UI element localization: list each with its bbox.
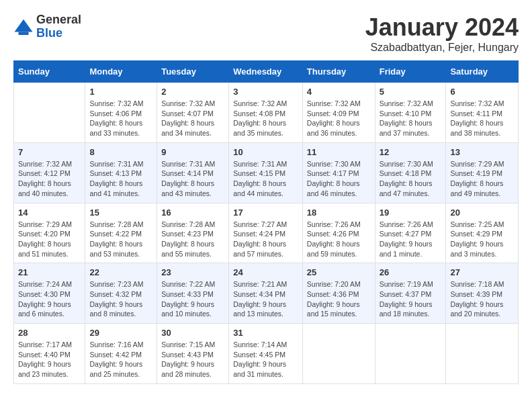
day-info: Sunrise: 7:32 AMSunset: 4:09 PMDaylight:…: [307, 99, 371, 138]
day-info: Sunrise: 7:31 AMSunset: 4:13 PMDaylight:…: [89, 159, 152, 199]
header-cell-thursday: Thursday: [302, 61, 375, 83]
day-number: 7: [18, 147, 81, 157]
day-info: Sunrise: 7:29 AMSunset: 4:20 PMDaylight:…: [18, 220, 81, 259]
day-number: 28: [18, 328, 81, 338]
header-cell-monday: Monday: [85, 61, 157, 83]
header-cell-sunday: Sunday: [14, 61, 85, 83]
calendar-cell: 17Sunrise: 7:27 AMSunset: 4:24 PMDayligh…: [229, 203, 303, 263]
calendar-cell: [446, 324, 519, 384]
day-number: 27: [450, 267, 514, 277]
day-number: 14: [18, 208, 81, 218]
day-number: 6: [450, 87, 514, 97]
day-info: Sunrise: 7:32 AMSunset: 4:10 PMDaylight:…: [380, 99, 442, 138]
day-info: Sunrise: 7:22 AMSunset: 4:33 PMDaylight:…: [161, 279, 224, 319]
calendar-cell: 24Sunrise: 7:21 AMSunset: 4:34 PMDayligh…: [229, 263, 303, 324]
calendar-header: SundayMondayTuesdayWednesdayThursdayFrid…: [14, 61, 519, 83]
logo-general: General: [36, 13, 81, 26]
day-number: 25: [307, 267, 371, 277]
calendar-cell: 27Sunrise: 7:18 AMSunset: 4:39 PMDayligh…: [446, 263, 519, 324]
day-info: Sunrise: 7:15 AMSunset: 4:43 PMDaylight:…: [161, 340, 224, 379]
calendar-cell: 1Sunrise: 7:32 AMSunset: 4:06 PMDaylight…: [85, 83, 157, 143]
day-number: 26: [380, 267, 442, 277]
day-info: Sunrise: 7:28 AMSunset: 4:22 PMDaylight:…: [89, 220, 152, 259]
day-info: Sunrise: 7:20 AMSunset: 4:36 PMDaylight:…: [307, 279, 371, 319]
day-number: 18: [307, 208, 371, 218]
day-number: 9: [161, 147, 224, 157]
logo-blue: Blue: [36, 26, 62, 40]
week-row-1: 7Sunrise: 7:32 AMSunset: 4:12 PMDaylight…: [14, 142, 519, 203]
day-info: Sunrise: 7:30 AMSunset: 4:18 PMDaylight:…: [380, 159, 442, 199]
day-info: Sunrise: 7:32 AMSunset: 4:08 PMDaylight:…: [233, 99, 298, 138]
calendar-cell: [375, 324, 446, 384]
calendar-cell: 20Sunrise: 7:25 AMSunset: 4:29 PMDayligh…: [446, 203, 519, 263]
day-number: 12: [380, 147, 442, 157]
day-number: 4: [307, 87, 371, 97]
calendar-cell: 18Sunrise: 7:26 AMSunset: 4:26 PMDayligh…: [302, 203, 375, 263]
calendar-cell: [302, 324, 375, 384]
week-row-0: 1Sunrise: 7:32 AMSunset: 4:06 PMDaylight…: [14, 83, 519, 143]
day-number: 11: [307, 147, 371, 157]
header-cell-wednesday: Wednesday: [229, 61, 303, 83]
calendar-cell: 30Sunrise: 7:15 AMSunset: 4:43 PMDayligh…: [157, 324, 229, 384]
calendar-cell: 25Sunrise: 7:20 AMSunset: 4:36 PMDayligh…: [302, 263, 375, 324]
header-cell-saturday: Saturday: [446, 61, 519, 83]
day-info: Sunrise: 7:29 AMSunset: 4:19 PMDaylight:…: [450, 159, 514, 199]
calendar-cell: 22Sunrise: 7:23 AMSunset: 4:32 PMDayligh…: [85, 263, 157, 324]
calendar-cell: 6Sunrise: 7:32 AMSunset: 4:11 PMDaylight…: [446, 83, 519, 143]
calendar-cell: 31Sunrise: 7:14 AMSunset: 4:45 PMDayligh…: [229, 324, 303, 384]
day-info: Sunrise: 7:32 AMSunset: 4:12 PMDaylight:…: [18, 159, 81, 199]
day-info: Sunrise: 7:23 AMSunset: 4:32 PMDaylight:…: [89, 279, 152, 319]
day-number: 5: [380, 87, 442, 97]
day-info: Sunrise: 7:27 AMSunset: 4:24 PMDaylight:…: [233, 220, 298, 259]
header-cell-tuesday: Tuesday: [157, 61, 229, 83]
header-row: SundayMondayTuesdayWednesdayThursdayFrid…: [14, 61, 519, 83]
day-info: Sunrise: 7:32 AMSunset: 4:06 PMDaylight:…: [89, 99, 152, 138]
calendar-cell: 12Sunrise: 7:30 AMSunset: 4:18 PMDayligh…: [375, 142, 446, 203]
day-number: 19: [380, 208, 442, 218]
calendar-cell: 15Sunrise: 7:28 AMSunset: 4:22 PMDayligh…: [85, 203, 157, 263]
calendar-cell: 7Sunrise: 7:32 AMSunset: 4:12 PMDaylight…: [14, 142, 85, 203]
day-info: Sunrise: 7:18 AMSunset: 4:39 PMDaylight:…: [450, 279, 514, 319]
week-row-3: 21Sunrise: 7:24 AMSunset: 4:30 PMDayligh…: [14, 263, 519, 324]
day-info: Sunrise: 7:21 AMSunset: 4:34 PMDaylight:…: [233, 279, 298, 319]
calendar-cell: 23Sunrise: 7:22 AMSunset: 4:33 PMDayligh…: [157, 263, 229, 324]
svg-marker-0: [15, 19, 33, 32]
calendar-cell: 11Sunrise: 7:30 AMSunset: 4:17 PMDayligh…: [302, 142, 375, 203]
calendar-cell: 21Sunrise: 7:24 AMSunset: 4:30 PMDayligh…: [14, 263, 85, 324]
day-number: 10: [233, 147, 298, 157]
calendar-cell: 2Sunrise: 7:32 AMSunset: 4:07 PMDaylight…: [157, 83, 229, 143]
svg-rect-1: [19, 32, 29, 35]
day-info: Sunrise: 7:25 AMSunset: 4:29 PMDaylight:…: [450, 220, 514, 259]
calendar-cell: 4Sunrise: 7:32 AMSunset: 4:09 PMDaylight…: [302, 83, 375, 143]
day-info: Sunrise: 7:19 AMSunset: 4:37 PMDaylight:…: [380, 279, 442, 319]
calendar-cell: 13Sunrise: 7:29 AMSunset: 4:19 PMDayligh…: [446, 142, 519, 203]
day-info: Sunrise: 7:32 AMSunset: 4:11 PMDaylight:…: [450, 99, 514, 138]
calendar-cell: 14Sunrise: 7:29 AMSunset: 4:20 PMDayligh…: [14, 203, 85, 263]
day-number: 8: [89, 147, 152, 157]
calendar-cell: 29Sunrise: 7:16 AMSunset: 4:42 PMDayligh…: [85, 324, 157, 384]
day-number: 30: [161, 328, 224, 338]
day-number: 17: [233, 208, 298, 218]
day-info: Sunrise: 7:16 AMSunset: 4:42 PMDaylight:…: [89, 340, 152, 379]
day-info: Sunrise: 7:26 AMSunset: 4:27 PMDaylight:…: [380, 220, 442, 259]
day-number: 21: [18, 267, 81, 277]
logo-icon: [13, 17, 34, 37]
calendar-cell: 10Sunrise: 7:31 AMSunset: 4:15 PMDayligh…: [229, 142, 303, 203]
month-title: January 2024: [365, 13, 519, 42]
week-row-4: 28Sunrise: 7:17 AMSunset: 4:40 PMDayligh…: [14, 324, 519, 384]
day-number: 24: [233, 267, 298, 277]
day-info: Sunrise: 7:24 AMSunset: 4:30 PMDaylight:…: [18, 279, 81, 319]
day-number: 13: [450, 147, 514, 157]
day-info: Sunrise: 7:31 AMSunset: 4:15 PMDaylight:…: [233, 159, 298, 199]
location-title: Szabadbattyan, Fejer, Hungary: [365, 42, 519, 54]
day-number: 15: [89, 208, 152, 218]
title-area: January 2024 Szabadbattyan, Fejer, Hunga…: [365, 13, 519, 54]
day-info: Sunrise: 7:14 AMSunset: 4:45 PMDaylight:…: [233, 340, 298, 379]
calendar-cell: 9Sunrise: 7:31 AMSunset: 4:14 PMDaylight…: [157, 142, 229, 203]
calendar-cell: 28Sunrise: 7:17 AMSunset: 4:40 PMDayligh…: [14, 324, 85, 384]
day-info: Sunrise: 7:32 AMSunset: 4:07 PMDaylight:…: [161, 99, 224, 138]
calendar-cell: 19Sunrise: 7:26 AMSunset: 4:27 PMDayligh…: [375, 203, 446, 263]
day-info: Sunrise: 7:17 AMSunset: 4:40 PMDaylight:…: [18, 340, 81, 379]
day-number: 20: [450, 208, 514, 218]
day-info: Sunrise: 7:31 AMSunset: 4:14 PMDaylight:…: [161, 159, 224, 199]
